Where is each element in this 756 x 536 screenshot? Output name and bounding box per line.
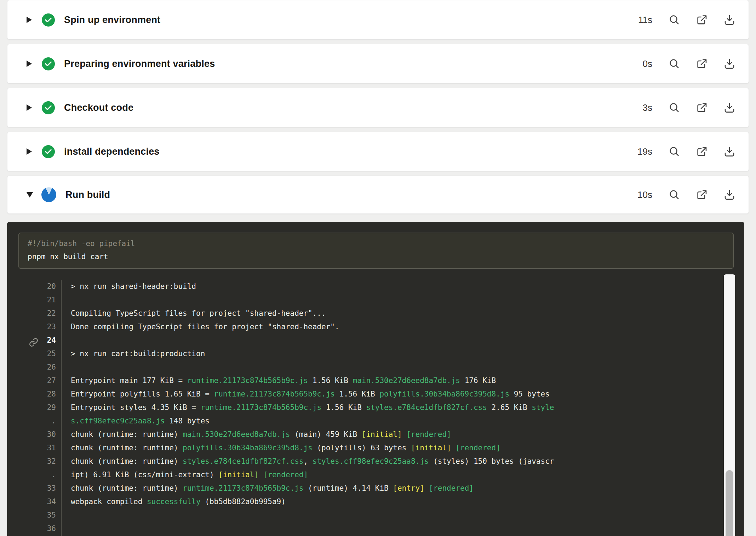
log-row: 23Done compiling TypeScript files for pr…: [7, 320, 721, 333]
log-row: 31chunk (runtime: runtime) polyfills.30b…: [7, 441, 721, 455]
log-row: 35: [7, 508, 721, 522]
open-in-new-tab-button[interactable]: [696, 102, 708, 113]
step-row-preparing-environment-variables[interactable]: Preparing environment variables 0s: [7, 44, 749, 84]
chevron-right-icon[interactable]: [27, 17, 32, 23]
log-line-number[interactable]: 30: [7, 430, 61, 439]
log-line-text: Entrypoint main 177 KiB = runtime.21173c…: [61, 374, 721, 387]
log-scrollbar-thumb[interactable]: [726, 470, 733, 536]
download-log-button[interactable]: [724, 189, 735, 200]
log-line-number[interactable]: 33: [7, 484, 61, 492]
log-line-text: ipt) 6.91 KiB (css/mini-extract) [initia…: [61, 468, 721, 481]
download-icon: [724, 58, 735, 69]
log-line-text: s.cff98efec9c25aa8.js 148 bytes: [61, 414, 721, 428]
log-line-number[interactable]: 23: [7, 323, 61, 331]
log-row: 22Compiling TypeScript files for project…: [7, 307, 721, 320]
search-icon: [669, 14, 680, 25]
step-row-checkout-code[interactable]: Checkout code 3s: [7, 88, 749, 127]
log-scrollbar[interactable]: [724, 274, 735, 536]
log-line-text: [61, 360, 721, 374]
log-row: 36: [7, 522, 721, 535]
log-row: 20> nx run shared-header:build: [7, 280, 721, 293]
log-row: 29Entrypoint styles 4.35 KiB = runtime.2…: [7, 401, 721, 414]
log-line-number[interactable]: 36: [7, 524, 61, 533]
search-logs-button[interactable]: [669, 146, 680, 157]
log-lines: 20> nx run shared-header:build2122Compil…: [7, 280, 721, 536]
download-icon: [724, 189, 735, 200]
step-row-install-dependencies[interactable]: install dependencies 19s: [7, 132, 749, 171]
log-line-text: Entrypoint polyfills 1.65 KiB = runtime.…: [61, 387, 721, 401]
external-link-icon: [696, 146, 708, 157]
log-line-text: chunk (runtime: runtime) styles.e784ce1d…: [61, 455, 721, 468]
download-icon: [724, 102, 735, 113]
log-line-text: webpack compiled successfully (bb5db882a…: [61, 495, 721, 508]
download-log-button[interactable]: [724, 102, 735, 113]
chevron-right-icon[interactable]: [27, 61, 32, 67]
run-build-pie-icon: [41, 187, 56, 202]
log-line-text: [61, 508, 721, 522]
open-in-new-tab-button[interactable]: [696, 146, 708, 157]
log-line-number[interactable]: 27: [7, 376, 61, 385]
open-in-new-tab-button[interactable]: [696, 58, 708, 69]
download-icon: [724, 146, 735, 157]
log-row: 28Entrypoint polyfills 1.65 KiB = runtim…: [7, 387, 721, 401]
log-line-number[interactable]: 22: [7, 309, 61, 318]
chevron-right-icon[interactable]: [27, 148, 32, 155]
step-row-spin-up-environment[interactable]: Spin up environment 11s: [7, 0, 749, 40]
step-label: Checkout code: [64, 102, 133, 113]
build-steps-page: Spin up environment 11s Preparing enviro…: [0, 0, 756, 536]
external-link-icon: [696, 189, 708, 200]
log-line-number[interactable]: 29: [7, 403, 61, 412]
log-row: 26: [7, 360, 721, 374]
log-line-number[interactable]: 32: [7, 457, 61, 466]
log-line-number[interactable]: 21: [7, 296, 61, 304]
log-line-number[interactable]: 24: [7, 336, 61, 344]
external-link-icon: [696, 102, 708, 113]
open-in-new-tab-button[interactable]: [696, 14, 708, 25]
log-line-number[interactable]: 28: [7, 390, 61, 398]
log-line-number[interactable]: 25: [7, 349, 61, 358]
log-line-text: [61, 522, 721, 535]
download-icon: [724, 14, 735, 25]
step-duration: 10s: [637, 189, 652, 200]
log-line-number[interactable]: 26: [7, 363, 61, 371]
step-row-run-build[interactable]: Run build 10s: [7, 176, 749, 214]
log-line-number[interactable]: 31: [7, 444, 61, 452]
log-line-text: > nx run shared-header:build: [61, 280, 721, 293]
step-duration: 11s: [638, 15, 652, 25]
status-success-icon: [42, 57, 55, 70]
search-logs-button[interactable]: [669, 58, 680, 69]
external-link-icon: [696, 58, 708, 69]
log-line-number[interactable]: .: [7, 471, 61, 479]
log-row: 34webpack compiled successfully (bb5db88…: [7, 495, 721, 508]
log-line-text: chunk (runtime: runtime) polyfills.30b34…: [61, 441, 721, 455]
log-line-text: chunk (runtime: runtime) runtime.21173c8…: [61, 481, 721, 495]
log-row: 30chunk (runtime: runtime) main.530e27d6…: [7, 428, 721, 441]
download-log-button[interactable]: [724, 146, 735, 157]
chevron-right-icon[interactable]: [27, 104, 32, 111]
log-line-text: > nx run cart:build:production: [61, 347, 721, 360]
command-line: pnpm nx build cart: [28, 252, 108, 261]
external-link-icon: [696, 14, 708, 25]
build-log-terminal: #!/bin/bash -eo pipefail pnpm nx build c…: [7, 222, 744, 536]
download-log-button[interactable]: [724, 58, 735, 69]
command-box: #!/bin/bash -eo pipefail pnpm nx build c…: [18, 233, 734, 269]
step-duration: 0s: [643, 58, 652, 69]
search-logs-button[interactable]: [669, 14, 680, 25]
search-icon: [669, 102, 680, 113]
log-line-text: Entrypoint styles 4.35 KiB = runtime.211…: [61, 401, 721, 414]
log-line-number[interactable]: 35: [7, 511, 61, 519]
log-line-text: chunk (runtime: runtime) main.530e27d6ee…: [61, 428, 721, 441]
search-logs-button[interactable]: [669, 189, 680, 200]
open-in-new-tab-button[interactable]: [696, 189, 708, 200]
log-row: 32chunk (runtime: runtime) styles.e784ce…: [7, 455, 721, 468]
log-line-text: Compiling TypeScript files for project "…: [61, 307, 721, 320]
command-shebang-line: #!/bin/bash -eo pipefail: [28, 239, 135, 248]
log-line-number[interactable]: 20: [7, 282, 61, 291]
log-line-number[interactable]: .: [7, 417, 61, 425]
status-success-icon: [42, 145, 55, 158]
download-log-button[interactable]: [724, 14, 735, 25]
search-logs-button[interactable]: [669, 102, 680, 113]
search-icon: [669, 58, 680, 69]
chevron-down-icon[interactable]: [27, 192, 33, 198]
log-line-number[interactable]: 34: [7, 497, 61, 506]
